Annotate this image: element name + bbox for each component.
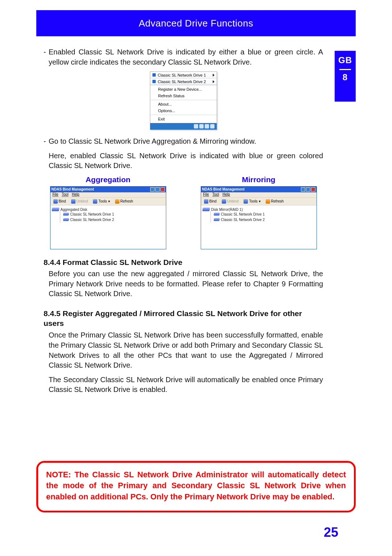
tree-node[interactable]: Classic SL Network Drive 2 <box>211 217 315 222</box>
menu-options[interactable]: Options... <box>150 107 217 114</box>
menu-help[interactable]: Help <box>72 192 80 196</box>
maximize-button[interactable] <box>155 187 160 192</box>
minimize-button[interactable] <box>301 187 305 192</box>
tray-icon <box>194 124 198 128</box>
chapter-title: Advanced Drive Functions <box>139 18 253 29</box>
tray-bar <box>150 123 217 130</box>
menubar: File Tool Help <box>201 192 317 197</box>
tray-icon <box>210 124 215 128</box>
bullet-2-sub: Here, enabled Classic SL Network Drive i… <box>44 151 323 171</box>
body-844: Before you can use the new aggregated / … <box>44 269 323 299</box>
body-845-p1: Once the Primary Classic SL Network Driv… <box>44 330 323 370</box>
toolbar-bind[interactable]: Bind <box>204 199 217 204</box>
tree-view: Disk Mirror(RAID 1) Classic SL Network D… <box>201 205 317 249</box>
two-column-screenshots: Aggregation NDAS Bind Management File To… <box>44 175 323 249</box>
maximize-button[interactable] <box>306 187 310 192</box>
side-tab: GB 8 <box>335 51 356 102</box>
tray-icon <box>199 124 204 128</box>
toolbar-unbind: Unbind <box>71 199 88 204</box>
tree-root-aggregated[interactable]: Aggregated Disk <box>52 208 164 212</box>
tree-node[interactable]: Classic SL Network Drive 1 <box>60 212 164 217</box>
side-tab-lang: GB <box>338 55 352 65</box>
toolbar: Bind Unbind Tools ▾ Refresh <box>201 197 317 205</box>
content-column: - Enabled Classic SL Network Drive is in… <box>44 47 323 399</box>
context-menu-drive-1[interactable]: Classic SL Network Drive 1 <box>150 72 217 78</box>
aggregation-column: Aggregation NDAS Bind Management File To… <box>44 175 172 249</box>
unbind-icon <box>71 199 75 204</box>
bind-icon <box>204 199 208 204</box>
menu-refresh-status[interactable]: Refresh Status <box>150 93 217 99</box>
window-titlebar: NDAS Bind Management <box>50 187 166 192</box>
heading-845: 8.4.5 Register Aggregated / Mirrored Cla… <box>44 308 323 328</box>
figure-context-menu-wrap: Classic SL Network Drive 1 Classic SL Ne… <box>44 71 323 130</box>
toolbar: Bind Unbind Tools ▾ Refresh <box>50 197 166 205</box>
chevron-right-icon <box>213 74 215 77</box>
disk-icon <box>202 208 210 211</box>
body-845-p2: The Secondary Classic SL Network Drive w… <box>44 375 323 395</box>
ndas-window-aggregation: NDAS Bind Management File Tool Help <box>50 186 166 249</box>
tools-icon <box>93 199 97 204</box>
bullet-1: - Enabled Classic SL Network Drive is in… <box>44 47 323 67</box>
page: Advanced Drive Functions GB 8 - Enabled … <box>0 0 392 556</box>
disk-icon <box>63 218 69 221</box>
tree-node[interactable]: Classic SL Network Drive 2 <box>60 217 164 222</box>
side-tab-chapter: 8 <box>343 72 348 82</box>
menu-tool[interactable]: Tool <box>212 192 220 196</box>
window-title: NDAS Bind Management <box>202 187 245 191</box>
mirroring-column: Mirroring NDAS Bind Management File Tool <box>194 175 323 249</box>
tree-root-mirror[interactable]: Disk Mirror(RAID 1) <box>203 208 315 212</box>
unbind-icon <box>222 199 226 204</box>
disk-icon <box>52 208 59 211</box>
tray-icon <box>205 124 209 128</box>
note-box: NOTE: The Classic SL Network Drive Admin… <box>36 461 356 512</box>
tools-icon <box>244 199 248 204</box>
context-menu-drive-2[interactable]: Classic SL Network Drive 2 <box>150 78 217 85</box>
window-title: NDAS Bind Management <box>52 187 94 191</box>
toolbar-unbind: Unbind <box>222 199 239 204</box>
toolbar-bind[interactable]: Bind <box>53 199 66 204</box>
close-button[interactable] <box>311 187 315 192</box>
toolbar-refresh[interactable]: Refresh <box>266 199 284 204</box>
toolbar-refresh[interactable]: Refresh <box>115 199 133 204</box>
refresh-icon <box>266 199 270 204</box>
tree-node[interactable]: Classic SL Network Drive 1 <box>211 212 315 217</box>
heading-844: 8.4.4 Format Classic SL Network Drive <box>44 258 323 267</box>
tree-view: Aggregated Disk Classic SL Network Drive… <box>50 205 166 249</box>
menu-file[interactable]: File <box>53 192 59 196</box>
page-number: 25 <box>324 525 338 540</box>
menu-exit[interactable]: Exit <box>150 116 217 122</box>
refresh-icon <box>115 199 119 204</box>
close-button[interactable] <box>160 187 165 192</box>
drive-status-icon <box>152 73 156 77</box>
chevron-right-icon <box>213 80 215 83</box>
mirroring-label: Mirroring <box>242 175 275 184</box>
disk-icon <box>63 213 69 216</box>
chapter-header: Advanced Drive Functions <box>36 10 356 36</box>
menu-help[interactable]: Help <box>222 192 231 196</box>
disk-icon <box>213 218 220 221</box>
bullet-2: - Go to Classic SL Network Drive Aggrega… <box>44 136 323 147</box>
toolbar-tools[interactable]: Tools ▾ <box>93 199 110 204</box>
menu-about[interactable]: About... <box>150 101 217 107</box>
side-tab-divider <box>339 69 351 70</box>
menu-tool[interactable]: Tool <box>62 192 69 196</box>
context-menu: Classic SL Network Drive 1 Classic SL Ne… <box>150 71 217 130</box>
note-text: NOTE: The Classic SL Network Drive Admin… <box>46 470 346 502</box>
disk-icon <box>213 213 220 216</box>
window-titlebar: NDAS Bind Management <box>201 187 317 192</box>
menubar: File Tool Help <box>50 192 166 197</box>
bind-icon <box>53 199 58 204</box>
aggregation-label: Aggregation <box>86 175 131 184</box>
menu-register-device[interactable]: Register a New Device... <box>150 86 217 93</box>
drive-status-icon <box>152 80 156 83</box>
ndas-window-mirroring: NDAS Bind Management File Tool Help <box>201 186 317 249</box>
minimize-button[interactable] <box>150 187 155 192</box>
toolbar-tools[interactable]: Tools ▾ <box>244 199 260 204</box>
menu-file[interactable]: File <box>203 192 210 196</box>
